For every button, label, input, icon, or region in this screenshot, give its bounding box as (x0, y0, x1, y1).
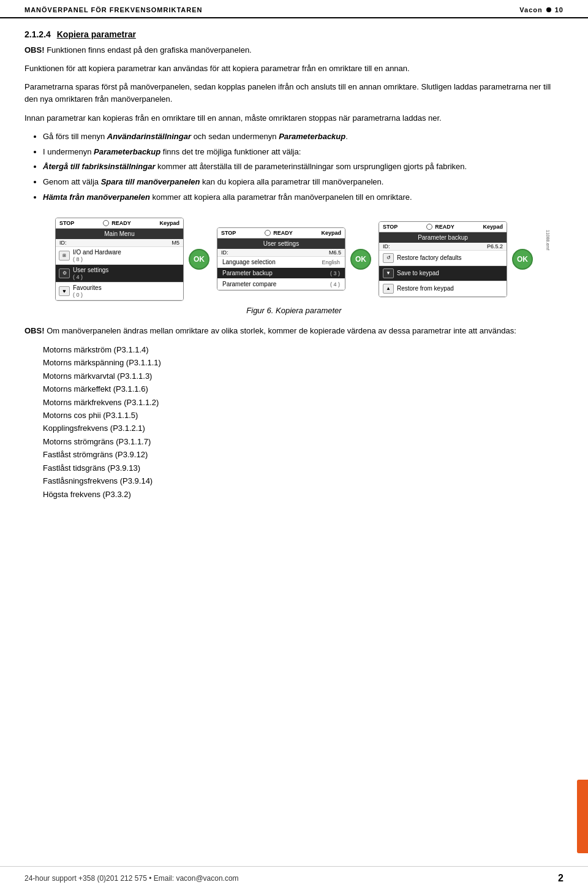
page-content: 2.1.2.4 Kopiera parametrar OBS! Funktion… (0, 18, 588, 544)
factory-icon: ↺ (383, 253, 394, 263)
device2-topbar: STOP READY Keypad (217, 228, 345, 238)
device3-keypad: Keypad (483, 224, 503, 230)
obs2-label: OBS! (24, 326, 45, 335)
accent-strip (577, 780, 588, 853)
page-header: Manöverpanel för frekvensomriktaren Vaco… (0, 0, 588, 18)
bullet-italic-5: Spara till manöverpanelen (101, 177, 200, 186)
device1-topbar: STOP READY Keypad (56, 218, 183, 229)
bullet-list: Gå förs till menyn Användarinställningar… (43, 131, 564, 204)
device2-id-val: M6.5 (329, 249, 341, 256)
list-item: Fastlåst tidsgräns (P3.9.13) (43, 462, 564, 474)
device-2: STOP READY Keypad User settings ID: M6.5… (217, 227, 345, 291)
list-item: Genom att välja Spara till manöverpanele… (43, 176, 564, 189)
footer-support-text: 24-hour support +358 (0)201 212 575 (24, 874, 147, 883)
section-number: 2.1.2.4 (24, 29, 51, 39)
device1-item-io: ⊞ I/O and Hardware ( 8 ) (56, 247, 183, 265)
ok-button-1[interactable]: OK (189, 249, 209, 270)
side-strip-label: 11088.emf (541, 230, 550, 250)
device3-title: Parameter backup (379, 232, 507, 243)
obs2-paragraph: OBS! Om manöverpanelen ändras mellan omr… (24, 325, 564, 337)
device3-stop: STOP (383, 224, 398, 230)
obs1-text: Funktionen finns endast på den grafiska … (47, 45, 252, 55)
section-heading: 2.1.2.4 Kopiera parametrar (24, 29, 564, 39)
obs1-paragraph: OBS! Funktionen finns endast på den graf… (24, 44, 564, 56)
brand-dot (546, 7, 551, 12)
device2-idbar: ID: M6.5 (217, 249, 345, 257)
page-footer: 24-hour support +358 (0)201 212 575 • Em… (0, 866, 588, 890)
list-item: Motorns märkvarvtal (P3.1.1.3) (43, 370, 564, 382)
device-3: STOP READY Keypad Parameter backup ID: P… (379, 221, 507, 297)
list-item: Återgå till fabriksinställningar kommer … (43, 161, 564, 173)
device3-ready: READY (426, 224, 454, 230)
list-item: Motorns märkspänning (P3.1.1.1) (43, 356, 564, 369)
io-icon: ⊞ (59, 251, 70, 261)
list-item: Motorns cos phii (P3.1.1.5) (43, 409, 564, 422)
list-item: Fastlåsningsfrekvens (P3.9.14) (43, 474, 564, 487)
footer-support: 24-hour support +358 (0)201 212 575 • Em… (24, 874, 239, 883)
device2-keypad: Keypad (321, 230, 341, 236)
list-item: Motorns märkfrekvens (P3.1.1.2) (43, 396, 564, 409)
device1-title: Main Menu (56, 229, 183, 239)
figure-caption: Figur 6. Kopiera parameter (24, 306, 564, 315)
device3-item-restore-factory: ↺ Restore factory defaults (379, 251, 507, 266)
ok-button-2[interactable]: OK (350, 249, 371, 270)
para2: Parametrarna sparas först på manöverpane… (24, 81, 564, 105)
list-item: Motorns strömgräns (P3.1.1.7) (43, 435, 564, 448)
figure-group-3: STOP READY Keypad Parameter backup ID: P… (379, 218, 533, 301)
bullet-italic-6: Hämta från manöverpanelen (43, 192, 150, 202)
restore-icon: ▲ (383, 284, 394, 294)
ready-circle-icon (265, 230, 271, 236)
device2-item-lang: Language selection English (217, 257, 345, 268)
device2-item-compare: Parameter compare ( 4 ) (217, 279, 345, 290)
bullet-italic-3: Parameterbackup (94, 147, 160, 156)
device1-idbar: ID: M5 (56, 239, 183, 247)
device3-topbar: STOP READY Keypad (379, 222, 507, 232)
list-item: Högsta frekvens (P3.3.2) (43, 488, 564, 501)
list-item: Motorns märkström (P3.1.1.4) (43, 343, 564, 356)
device2-stop: STOP (221, 230, 236, 236)
param-list: Motorns märkström (P3.1.1.4) Motorns mär… (43, 343, 564, 501)
device3-id-label: ID: (383, 243, 390, 249)
device3-idbar: ID: P6.5.2 (379, 243, 507, 251)
bullet-italic-1: Användarinställningar (107, 132, 191, 141)
section-title: Kopiera parametrar (57, 29, 136, 39)
brand-model: 10 (555, 6, 564, 13)
ok-button-3[interactable]: OK (512, 249, 533, 270)
figure-group-1: STOP READY Keypad Main Menu ID: M5 ⊞ (55, 218, 209, 301)
list-item: Fastlåst strömgräns (P3.9.12) (43, 448, 564, 461)
device2-id-label: ID: (221, 249, 228, 256)
user-icon: ⚙ (59, 268, 70, 278)
figure-group-2: STOP READY Keypad User settings ID: M6.5… (217, 218, 371, 301)
list-item: Kopplingsfrekvens (P3.1.2.1) (43, 422, 564, 435)
heart-icon: ♥ (59, 286, 70, 296)
device1-item-user: ⚙ User settings ( 4 ) (56, 265, 183, 283)
brand-name: Vacon (519, 6, 542, 13)
ready-circle-icon (426, 224, 432, 230)
device2-ready: READY (265, 230, 293, 236)
bullet-italic-4: Återgå till fabriksinställningar (43, 162, 156, 171)
para3: Innan parametrar kan kopieras från en om… (24, 112, 564, 124)
footer-page-number: 2 (558, 873, 564, 884)
device3-item-save: ▼ Save to keypad (379, 266, 507, 281)
list-item: Gå förs till menyn Användarinställningar… (43, 131, 564, 143)
device2-title: User settings (217, 238, 345, 249)
device1-id-val: M5 (172, 240, 179, 246)
ready-circle-icon (103, 220, 109, 226)
bullet-italic-2: Parameterbackup (279, 132, 345, 141)
header-brand: Vacon 10 (519, 6, 564, 13)
list-item: Motorns märkeffekt (P3.1.1.6) (43, 382, 564, 395)
list-item: I undermenyn Parameterbackup finns det t… (43, 146, 564, 159)
obs1-label: OBS! (24, 45, 45, 55)
save-icon: ▼ (383, 268, 394, 278)
footer-email-label: Email: (154, 874, 174, 883)
figures-row: STOP READY Keypad Main Menu ID: M5 ⊞ (24, 218, 564, 301)
device3-item-restore-keypad: ▲ Restore from keypad (379, 281, 507, 297)
footer-email: vacon@vacon.com (176, 874, 238, 883)
device1-id-label: ID: (59, 240, 67, 246)
device3-id-val: P6.5.2 (487, 243, 503, 249)
device1-ready: READY (103, 220, 131, 226)
device-1: STOP READY Keypad Main Menu ID: M5 ⊞ (55, 218, 184, 301)
device2-item-backup: Parameter backup ( 3 ) (217, 268, 345, 279)
device1-item-fav: ♥ Favourites ( 0 ) (56, 283, 183, 300)
para1: Funktionen för att kopiera parametrar ka… (24, 63, 564, 75)
